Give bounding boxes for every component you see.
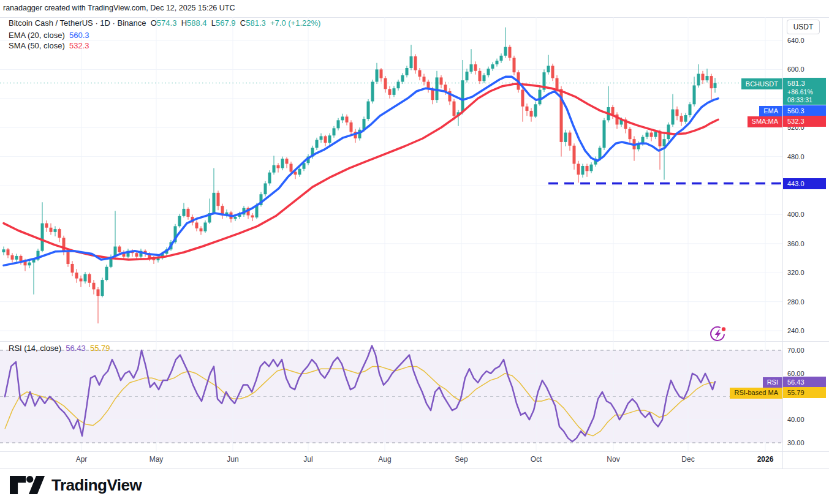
- ohlc-open-label: O: [151, 18, 157, 28]
- price-tick-label: 240.0: [787, 326, 804, 336]
- price-tick-label: 360.0: [787, 239, 804, 249]
- time-tick-label: Oct: [531, 455, 542, 464]
- tradingview-logo-icon: [10, 475, 45, 495]
- price-tick-label: 280.0: [787, 297, 804, 307]
- ema-price-badge: 560.3: [783, 105, 826, 116]
- ohlc-close-label: C: [240, 18, 246, 28]
- divider-timeaxis: [0, 451, 829, 452]
- ohlc-change-value: +7.0 (+1.22%): [270, 18, 320, 28]
- sma-price-badge: 532.3: [783, 116, 826, 127]
- sma-legend-label: SMA (50, close): [9, 41, 65, 50]
- lightning-icon: [708, 324, 728, 344]
- time-tick-label: Dec: [681, 455, 694, 464]
- currency-toggle-button[interactable]: USDT: [787, 20, 820, 34]
- symbol-axis-label: BCHUSDT: [741, 78, 782, 89]
- time-tick-label: Jul: [303, 455, 312, 464]
- time-tick-label: Apr: [76, 455, 88, 464]
- support-level-badge: 443.0: [783, 178, 826, 189]
- last-price-change-pct: +86.61%: [787, 88, 826, 96]
- time-tick-label: Sep: [455, 455, 467, 464]
- symbol-legend-row[interactable]: Bitcoin Cash / TetherUS · 1D · Binance O…: [9, 18, 320, 28]
- price-tick-label: 480.0: [787, 152, 804, 162]
- rsi-legend-label: RSI (14, close): [9, 344, 61, 353]
- ohlc-high-value: 588.4: [187, 18, 207, 28]
- price-pane[interactable]: [0, 17, 782, 341]
- rsi-tick-label: 70.00: [787, 345, 804, 355]
- time-tick-label: Nov: [607, 455, 619, 464]
- sma-legend-value: 532.3: [69, 41, 89, 50]
- rsi-legend-value: 56.43: [66, 344, 86, 353]
- price-tick-label: 640.0: [787, 36, 804, 45]
- time-tick-label: Aug: [378, 455, 391, 464]
- sma-line: [4, 84, 718, 260]
- last-price-badge: 581.3 +86.61% 08:33:31: [783, 78, 826, 105]
- ema-legend-label: EMA (20, close): [9, 31, 65, 40]
- attribution-text: ranadagger created with TradingView.com,…: [3, 4, 235, 12]
- ohlc-low-label: L: [211, 18, 216, 28]
- ohlc-close-value: 581.3: [246, 18, 266, 28]
- time-tick-label: May: [150, 455, 164, 464]
- tradingview-published-chart: ranadagger created with TradingView.com,…: [0, 0, 829, 504]
- bar-countdown: 08:33:31: [787, 96, 826, 104]
- rsi-ma-value-badge: 55.79: [783, 387, 826, 398]
- time-tick-label: 2026: [757, 455, 774, 464]
- rsi-ma-legend-value: 55.79: [90, 344, 110, 353]
- price-tick-label: 320.0: [787, 268, 804, 277]
- rsi-axis-label: RSI: [763, 377, 782, 388]
- rsi-tick-label: 40.00: [787, 415, 804, 424]
- price-tick-label: 400.0: [787, 209, 804, 219]
- rsi-value-badge: 56.43: [783, 377, 826, 388]
- rsi-pane[interactable]: [0, 341, 782, 451]
- rsi-legend-row[interactable]: RSI (14, close) 56.43 55.79: [9, 344, 110, 353]
- symbol-title: Bitcoin Cash / TetherUS · 1D · Binance: [9, 18, 146, 28]
- price-tick-label: 600.0: [787, 64, 804, 74]
- ema-legend-value: 560.3: [69, 31, 89, 40]
- sma-legend-row[interactable]: SMA (50, close) 532.3: [9, 41, 89, 50]
- sma-axis-label: SMA:MA: [748, 116, 782, 127]
- ohlc-low-value: 567.9: [216, 18, 236, 28]
- tradingview-logo-text: TradingView: [51, 476, 142, 495]
- tradingview-logo[interactable]: TradingView: [10, 475, 142, 495]
- rsi-ma-axis-label: RSI-based MA: [730, 388, 782, 399]
- divider-bottom: [0, 468, 829, 469]
- ohlc-high-label: H: [181, 18, 187, 28]
- time-tick-label: Jun: [227, 455, 238, 464]
- ema-legend-row[interactable]: EMA (20, close) 560.3: [9, 31, 89, 40]
- ema-line: [4, 77, 718, 265]
- ema-axis-label: EMA: [759, 106, 782, 117]
- rsi-tick-label: 30.00: [787, 438, 804, 448]
- candlestick-series: [2, 28, 717, 323]
- last-price-value: 581.3: [787, 78, 826, 88]
- ohlc-open-value: 574.3: [157, 18, 177, 28]
